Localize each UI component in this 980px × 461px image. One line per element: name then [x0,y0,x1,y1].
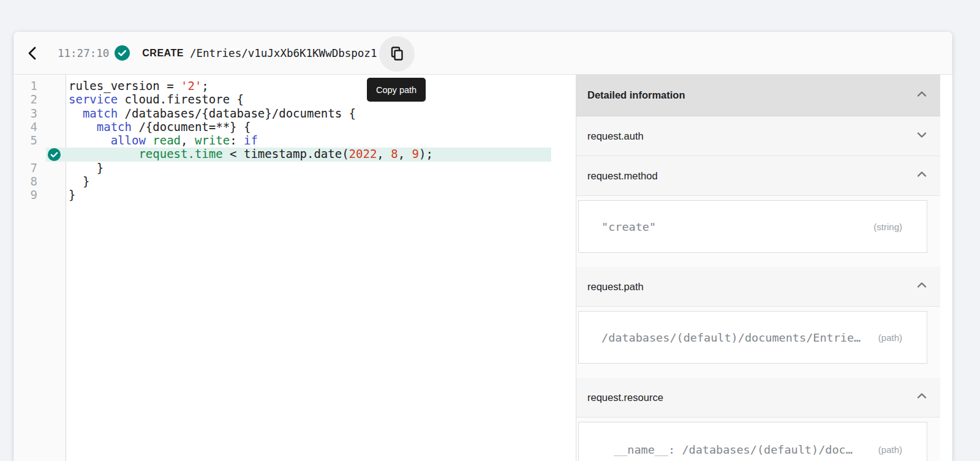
section-value: __name__: /databases/(default)/doc… [579,443,877,456]
code-token: if [244,133,258,147]
value-box: /databases/(default)/documents/Entrie…(p… [578,311,927,364]
code-line[interactable]: match /databases/{database}/documents { [69,107,433,120]
request-method: CREATE [142,48,184,59]
rule-allowed-check-icon [48,148,61,161]
code-token: '2' [181,79,202,92]
code-token: /databases/{database}/documents { [118,107,356,120]
code-token [69,120,97,133]
code-line[interactable]: } [69,174,433,188]
panel-title-row[interactable]: Detailed information [576,75,940,116]
section-label: request.auth [587,130,914,142]
copy-icon [388,45,405,62]
line-number: 4 [13,120,37,133]
code-token: request.time [138,147,222,160]
section-content-request.path: /databases/(default)/documents/Entrie…(p… [576,307,940,378]
request-header-bar: 11:27:10 CREATE /Entries/v1uJxXb6K1KWwDb… [13,32,952,75]
back-arrow-icon [25,45,41,61]
value-box: __name__: /databases/(default)/doc…(path… [578,422,927,461]
value-type-label: (path) [877,332,927,343]
request-allowed-badge-icon [115,45,130,61]
code-token: ; [202,79,208,92]
line-number: 5 [13,133,37,147]
section-value: "create" [579,220,872,233]
section-content-request.method: "create"(string) [576,196,940,267]
line-number: 8 [13,174,37,188]
section-header-request.auth[interactable]: request.auth [576,116,940,156]
chevron-up-icon [914,87,929,104]
section-content-request.resource: __name__: /databases/(default)/doc…(path… [576,418,940,461]
code-token: ); [419,147,433,160]
code-line[interactable]: allow read, write: if [69,133,433,147]
value-type-label: (string) [872,222,927,232]
code-token: } [69,174,89,188]
editor-gutter: 123456789 [13,75,66,461]
request-path: /Entries/v1uJxXb6K1KWwDbspoz1 [190,47,377,59]
detailed-information-panel: Detailed information request.authrequest… [576,75,940,461]
rules-code-editor[interactable]: rules_version = '2';service cloud.firest… [66,75,576,461]
code-token: , [181,133,195,147]
request-timestamp: 11:27:10 [58,47,109,59]
line-number: 1 [13,79,37,92]
panel-title: Detailed information [587,89,914,101]
section-header-request.method[interactable]: request.method [576,156,940,196]
section-label: request.resource [587,392,914,403]
section-value: /databases/(default)/documents/Entrie… [579,331,877,344]
code-token: cloud.firestore { [118,92,244,106]
code-token [146,133,153,147]
chevron-down-icon [914,127,929,144]
copy-path-button[interactable] [379,36,415,72]
chevron-up-icon [914,278,929,295]
code-line[interactable]: } [69,188,433,201]
code-token: /{document=**} { [132,120,251,133]
code-token: match [83,107,118,120]
code-token: read [153,133,181,147]
code-token: } [69,161,104,174]
chevron-up-icon [914,389,929,406]
code-token [69,133,111,147]
code-token: 9 [412,147,419,160]
section-header-request.resource[interactable]: request.resource [576,378,940,418]
code-token: < timestamp.date( [223,147,349,160]
back-button[interactable] [22,42,44,64]
value-box: "create"(string) [578,200,927,253]
section-header-request.path[interactable]: request.path [576,267,940,307]
code-token: 2022 [349,147,377,160]
copy-path-tooltip: Copy path [367,78,426,102]
line-number: 3 [13,107,37,120]
code-token: } [69,188,75,201]
code-token: , [377,147,391,160]
code-line[interactable]: match /{document=**} { [69,120,433,133]
code-token: 8 [391,147,398,160]
code-token [69,147,138,160]
code-token: service [69,92,118,106]
section-label: request.path [587,281,914,293]
code-token: : [230,133,244,147]
code-token [69,107,83,120]
value-type-label: (path) [877,444,927,455]
chevron-up-icon [914,167,929,184]
gutter-line-numbers: 123456789 [13,79,37,202]
section-label: request.method [587,170,914,182]
line-number: 9 [13,188,37,201]
line-number: 2 [13,92,37,106]
code-token: write [195,133,230,147]
code-line[interactable]: } [69,161,433,174]
code-token: allow [111,133,146,147]
line-number: 7 [13,161,37,174]
code-token: match [97,120,132,133]
code-line[interactable]: request.time < timestamp.date(2022, 8, 9… [69,147,433,160]
code-token: rules_version = [69,79,181,92]
request-detail-card: 11:27:10 CREATE /Entries/v1uJxXb6K1KWwDb… [13,32,952,461]
code-token: , [398,147,412,160]
